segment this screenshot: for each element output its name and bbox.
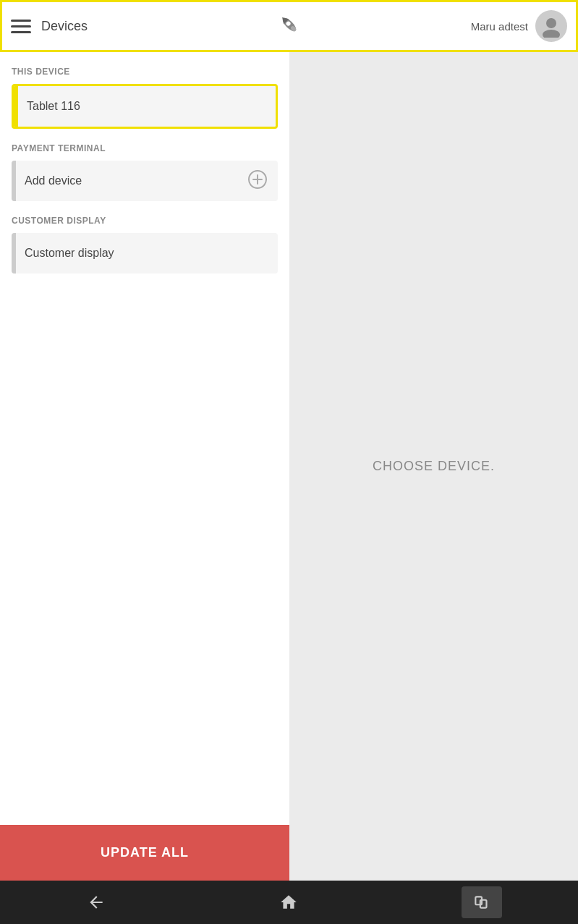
navbar-user: Maru adtest — [471, 10, 567, 42]
svg-point-4 — [546, 18, 556, 28]
this-device-section: THIS DEVICE Tablet 116 — [12, 67, 278, 129]
add-device-icon[interactable] — [237, 169, 278, 192]
back-button[interactable] — [76, 886, 116, 918]
navbar-logo — [276, 12, 302, 41]
payment-terminal-section: PAYMENT TERMINAL Add device — [12, 143, 278, 201]
customer-display-section: CUSTOMER DISPLAY Customer display — [12, 216, 278, 274]
avatar — [535, 10, 567, 42]
right-panel: CHOOSE DEVICE. — [289, 52, 578, 881]
left-panel: THIS DEVICE Tablet 116 PAYMENT TERMINAL … — [0, 52, 289, 881]
svg-point-5 — [543, 30, 560, 38]
this-device-item[interactable]: Tablet 116 — [12, 84, 278, 129]
navbar-title: Devices — [41, 19, 471, 34]
update-all-button[interactable]: UPDATE ALL — [0, 825, 289, 881]
navbar: Devices Maru adtest — [0, 0, 578, 52]
this-device-name: Tablet 116 — [18, 90, 276, 123]
payment-terminal-label: PAYMENT TERMINAL — [12, 143, 278, 153]
choose-device-text: CHOOSE DEVICE. — [373, 459, 495, 474]
add-device-text: Add device — [16, 164, 237, 198]
navbar-username: Maru adtest — [471, 20, 528, 33]
recents-button[interactable] — [462, 886, 502, 918]
add-device-item[interactable]: Add device — [12, 161, 278, 201]
bottom-nav — [0, 881, 578, 924]
customer-display-item[interactable]: Customer display — [12, 233, 278, 274]
customer-display-label: CUSTOMER DISPLAY — [12, 216, 278, 226]
menu-button[interactable] — [11, 20, 31, 33]
main-container: THIS DEVICE Tablet 116 PAYMENT TERMINAL … — [0, 52, 578, 881]
left-content: THIS DEVICE Tablet 116 PAYMENT TERMINAL … — [0, 52, 289, 825]
this-device-label: THIS DEVICE — [12, 67, 278, 77]
home-button[interactable] — [268, 886, 309, 918]
customer-display-name: Customer display — [16, 237, 278, 270]
